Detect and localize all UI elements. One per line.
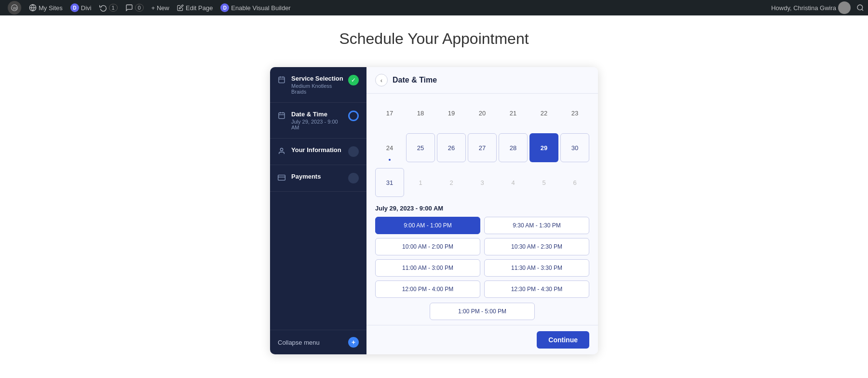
payments-step-content: Payments [291, 173, 343, 181]
revisions-count: 1 [109, 4, 118, 12]
svg-line-5 [862, 9, 863, 11]
booking-container: Service Selection Medium Knotless Braids… [270, 67, 598, 354]
time-slot-5[interactable]: 11:30 AM - 3:30 PM [484, 259, 589, 277]
time-slot-8[interactable]: 1:00 PM - 5:00 PM [430, 303, 535, 320]
panel-footer: Continue [366, 325, 598, 354]
my-sites-item[interactable]: My Sites [25, 0, 67, 15]
svg-text:W: W [13, 6, 17, 11]
comments-icon [125, 4, 133, 12]
time-slot-7[interactable]: 12:30 PM - 4:30 PM [484, 280, 589, 298]
cal-day-1-next[interactable]: 1 [406, 168, 435, 197]
time-slot-4[interactable]: 11:00 AM - 3:00 PM [375, 259, 480, 277]
service-step-subtitle: Medium Knotless Braids [291, 83, 343, 95]
divi-label: Divi [81, 4, 92, 12]
collapse-label: Collapse menu [278, 339, 320, 346]
service-step-title: Service Selection [291, 75, 343, 82]
cal-day-30[interactable]: 30 [560, 133, 589, 162]
cal-day-26[interactable]: 26 [437, 133, 466, 162]
sidebar-step-datetime[interactable]: Date & Time July 29, 2023 - 9:00 AM [270, 103, 366, 139]
collapse-menu-btn[interactable]: Collapse menu [270, 330, 366, 354]
page-title: Schedule Your Appointment [339, 30, 529, 48]
cal-day-3-next[interactable]: 3 [468, 168, 497, 197]
revisions-item[interactable]: 1 [95, 0, 122, 15]
datetime-step-title: Date & Time [291, 111, 343, 118]
howdy-label: Howdy, Christina Gwira [771, 4, 836, 12]
back-button[interactable]: ‹ [375, 74, 388, 86]
my-sites-label: My Sites [39, 4, 63, 12]
new-label: + New [151, 4, 169, 12]
divi-logo: D [70, 3, 79, 12]
admin-bar-right: Howdy, Christina Gwira [771, 1, 864, 14]
time-slot-0[interactable]: 9:00 AM - 1:00 PM [375, 217, 480, 234]
calendar-icon [278, 76, 286, 84]
time-slot-2[interactable]: 10:00 AM - 2:00 PM [375, 238, 480, 255]
card-icon [278, 174, 286, 182]
time-slot-3[interactable]: 10:30 AM - 2:30 PM [484, 238, 589, 255]
cal-day-31[interactable]: 31 [375, 168, 404, 197]
cal-day-4-next[interactable]: 4 [499, 168, 528, 197]
svg-rect-6 [279, 77, 285, 83]
new-item[interactable]: + New [148, 0, 173, 15]
time-slot-6[interactable]: 12:00 PM - 4:00 PM [375, 280, 480, 298]
collapse-icon [348, 337, 359, 348]
sidebar-step-info[interactable]: Your Information [270, 139, 366, 165]
svg-rect-15 [278, 175, 285, 181]
cal-day-29[interactable]: 29 [529, 133, 558, 162]
clock-icon [278, 112, 286, 120]
cal-day-5-next[interactable]: 5 [529, 168, 558, 197]
enable-visual-builder-item[interactable]: D Enable Visual Builder [217, 0, 294, 15]
service-step-indicator: ✓ [348, 75, 359, 85]
enable-visual-builder-label: Enable Visual Builder [231, 4, 290, 12]
time-slot-1[interactable]: 9:30 AM - 1:30 PM [484, 217, 589, 234]
time-slots-grid: 9:00 AM - 1:00 PM 9:30 AM - 1:30 PM 10:0… [375, 217, 589, 298]
avatar [838, 1, 851, 14]
sites-icon [29, 4, 37, 12]
sidebar-step-service[interactable]: Service Selection Medium Knotless Braids… [270, 67, 366, 103]
datetime-step-content: Date & Time July 29, 2023 - 9:00 AM [291, 111, 343, 130]
panel-title: Date & Time [393, 76, 437, 84]
payments-step-indicator [348, 173, 359, 183]
comments-count: 0 [135, 4, 144, 12]
sidebar-step-payments[interactable]: Payments [270, 165, 366, 192]
selected-datetime-label: July 29, 2023 - 9:00 AM [375, 203, 589, 212]
cal-day-17[interactable]: 17 [375, 98, 404, 127]
info-step-content: Your Information [291, 146, 343, 154]
calendar-week-3: 31 1 2 3 4 5 6 [375, 168, 589, 197]
datetime-step-indicator [348, 111, 359, 121]
service-step-content: Service Selection Medium Knotless Braids [291, 75, 343, 95]
cal-day-28[interactable]: 28 [499, 133, 528, 162]
edit-page-label: Edit Page [186, 4, 213, 12]
wp-logo-item[interactable]: W [4, 0, 25, 15]
main-content: Schedule Your Appointment Service Select… [0, 15, 868, 378]
divi-item[interactable]: D Divi [67, 0, 95, 15]
cal-day-25[interactable]: 25 [406, 133, 435, 162]
wp-logo-icon: W [8, 1, 21, 14]
cal-day-19[interactable]: 19 [437, 98, 466, 127]
cal-day-27[interactable]: 27 [468, 133, 497, 162]
edit-page-item[interactable]: Edit Page [173, 0, 217, 15]
edit-icon [177, 4, 184, 11]
sidebar: Service Selection Medium Knotless Braids… [270, 67, 366, 354]
admin-bar: W My Sites D Divi 1 0 + New Edit Page D … [0, 0, 868, 15]
datetime-step-subtitle: July 29, 2023 - 9:00 AM [291, 119, 343, 130]
comments-item[interactable]: 0 [122, 0, 148, 15]
calendar-area: 17 18 19 20 21 22 23 24 25 26 27 28 29 3… [366, 94, 598, 325]
calendar-week-1: 17 18 19 20 21 22 23 [375, 98, 589, 127]
search-icon[interactable] [856, 4, 864, 12]
info-step-title: Your Information [291, 146, 343, 154]
revisions-icon [99, 4, 107, 12]
svg-point-14 [280, 148, 283, 151]
cal-day-24[interactable]: 24 [375, 133, 404, 162]
cal-day-18[interactable]: 18 [406, 98, 435, 127]
cal-day-23[interactable]: 23 [560, 98, 589, 127]
cal-day-20[interactable]: 20 [468, 98, 497, 127]
cal-day-6-next[interactable]: 6 [560, 168, 589, 197]
cal-day-2-next[interactable]: 2 [437, 168, 466, 197]
info-step-indicator [348, 146, 359, 157]
right-panel: ‹ Date & Time 17 18 19 20 21 22 23 24 [366, 67, 598, 354]
cal-day-21[interactable]: 21 [499, 98, 528, 127]
calendar-week-2: 24 25 26 27 28 29 30 [375, 133, 589, 162]
panel-header: ‹ Date & Time [366, 67, 598, 94]
cal-day-22[interactable]: 22 [529, 98, 558, 127]
continue-button[interactable]: Continue [537, 331, 589, 349]
